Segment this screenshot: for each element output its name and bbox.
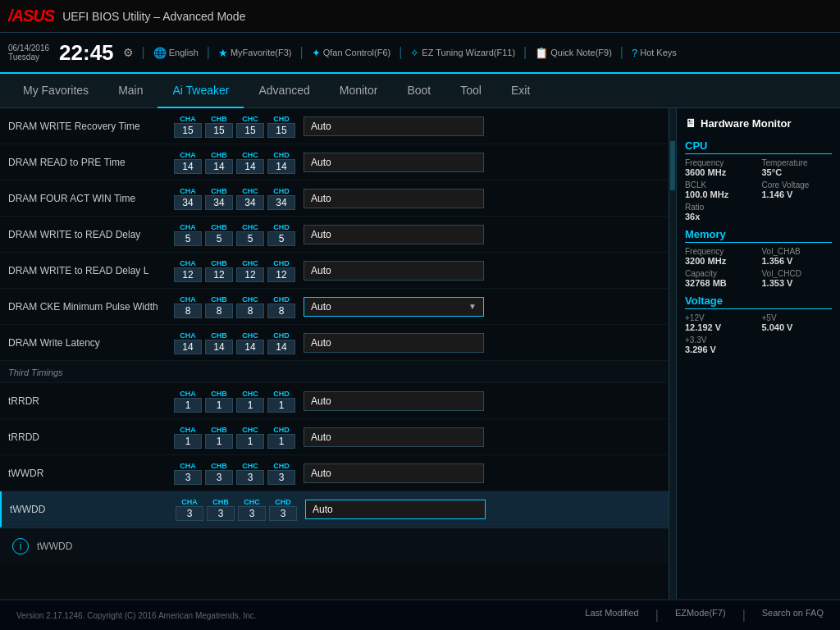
channel-chc: CHC 15 (235, 115, 266, 138)
setting-row-trrdr[interactable]: tRRDR CHA 1 CHB 1 CHC 1 CHD 1 (0, 383, 669, 419)
search-faq-button[interactable]: Search on FAQ (762, 608, 824, 623)
setting-label: DRAM Write Latency (8, 337, 172, 349)
channel-chb: CHB 34 (203, 187, 235, 210)
auto-dropdown[interactable]: Auto (304, 116, 484, 136)
tab-boot[interactable]: Boot (392, 74, 445, 108)
auto-dropdown[interactable]: Auto (304, 333, 484, 353)
info-icon: i (12, 538, 29, 555)
main-content: DRAM WRITE Recovery Time CHA 15 CHB 15 C… (0, 108, 840, 599)
setting-label: tRRDR (8, 395, 172, 407)
qfan-button[interactable]: ✦ Qfan Control(F6) (312, 47, 391, 59)
channel-chd: CHD 14 (266, 151, 297, 174)
channel-cha: CHA 1 (172, 426, 203, 449)
description-text: tWWDD (37, 541, 72, 552)
setting-row-dram-write-latency[interactable]: DRAM Write Latency CHA 14 CHB 14 CHC 14 … (0, 325, 669, 361)
channel-chc: CHC 1 (235, 426, 266, 449)
cpu-temp-label: Temperature 35°C (762, 158, 833, 177)
footer: Version 2.17.1246. Copyright (C) 2016 Am… (0, 599, 840, 630)
ez-mode-button[interactable]: EZMode(F7) (675, 608, 726, 623)
setting-row-twwdd[interactable]: tWWDD CHA 3 CHB 3 CHC 3 CHD 3 (0, 491, 669, 527)
auto-dropdown[interactable]: Auto (304, 225, 484, 244)
setting-row-dram-write-read-delay[interactable]: DRAM WRITE to READ Delay CHA 5 CHB 5 CHC… (0, 217, 669, 253)
setting-label: tWWDD (10, 504, 174, 515)
channel-chd: CHD 5 (266, 223, 297, 246)
channel-chc: CHC 3 (236, 498, 267, 521)
setting-row-dram-write-read-delay-l[interactable]: DRAM WRITE to READ Delay L CHA 12 CHB 12… (0, 253, 669, 289)
cpu-bclk: BCLK 100.0 MHz (685, 180, 756, 199)
channel-chb: CHB 12 (203, 259, 235, 282)
settings-gear-icon[interactable]: ⚙ (123, 46, 134, 59)
scrollbar-thumb[interactable] (670, 141, 675, 190)
auto-dropdown[interactable]: Auto (304, 153, 484, 172)
setting-row-dram-cke[interactable]: DRAM CKE Minimum Pulse Width CHA 8 CHB 8… (0, 289, 669, 325)
setting-row-trrdd[interactable]: tRRDD CHA 1 CHB 1 CHC 1 CHD 1 (0, 419, 669, 455)
channel-cha: CHA 34 (172, 187, 203, 210)
wand-icon: ✧ (410, 47, 419, 59)
setting-control: Auto (304, 391, 660, 411)
cpu-ratio: Ratio 36x (685, 203, 756, 221)
auto-dropdown[interactable]: Auto (304, 463, 484, 483)
setting-row-dram-read-pre[interactable]: DRAM READ to PRE Time CHA 14 CHB 14 CHC … (0, 144, 669, 180)
separator: | (399, 45, 402, 60)
third-timings-section: Third Timings (0, 361, 669, 383)
channel-chb: CHB 5 (203, 223, 235, 246)
channel-cha: CHA 14 (172, 151, 203, 174)
cpu-grid: Frequency 3600 MHz Temperature 35°C BCLK… (685, 158, 832, 221)
setting-label: DRAM WRITE Recovery Time (8, 121, 172, 132)
auto-dropdown[interactable]: Auto (305, 500, 486, 519)
channel-chc: CHC 3 (235, 462, 266, 485)
setting-control: Auto (304, 333, 660, 353)
setting-control: Auto (304, 225, 660, 244)
setting-control: Auto (304, 189, 660, 208)
tab-advanced[interactable]: Advanced (244, 74, 324, 108)
channel-chc: CHC 14 (235, 331, 266, 354)
channel-cha: CHA 15 (172, 115, 203, 138)
globe-icon: 🌐 (153, 47, 167, 59)
channel-chb: CHB 3 (203, 462, 235, 485)
setting-control: Auto ▼ (304, 297, 660, 317)
tab-my-favorites[interactable]: My Favorites (8, 74, 103, 108)
language-button[interactable]: 🌐 English (153, 47, 199, 59)
setting-row-dram-write-recovery[interactable]: DRAM WRITE Recovery Time CHA 15 CHB 15 C… (0, 108, 669, 144)
hardware-monitor-panel: 🖥 Hardware Monitor CPU Frequency 3600 MH… (676, 108, 840, 599)
monitor-icon: 🖥 (685, 116, 696, 130)
scrollbar-track[interactable] (669, 108, 676, 599)
channel-cha: CHA 3 (174, 498, 205, 521)
channel-chb: CHB 8 (203, 295, 235, 318)
channel-group: CHA 1 CHB 1 CHC 1 CHD 1 (172, 390, 297, 413)
setting-row-twwdr[interactable]: tWWDR CHA 3 CHB 3 CHC 3 CHD 3 (0, 455, 669, 491)
mem-vol-chab: Vol_CHAB 1.356 V (762, 247, 833, 266)
channel-chb: CHB 15 (203, 115, 235, 138)
myfavorite-button[interactable]: ★ MyFavorite(F3) (218, 47, 292, 59)
quicknote-button[interactable]: 📋 Quick Note(F9) (535, 47, 612, 59)
channel-chd: CHD 3 (266, 462, 297, 485)
memory-section-title: Memory (685, 228, 832, 243)
setting-label: DRAM READ to PRE Time (8, 157, 172, 168)
auto-dropdown[interactable]: Auto (304, 391, 484, 411)
channel-chc: CHC 8 (235, 295, 266, 318)
tab-ai-tweaker[interactable]: Ai Tweaker (158, 74, 244, 108)
tab-tool[interactable]: Tool (445, 74, 496, 108)
channel-cha: CHA 1 (172, 390, 203, 413)
tab-main[interactable]: Main (103, 74, 158, 108)
channel-group: CHA 15 CHB 15 CHC 15 CHD 15 (172, 115, 297, 138)
channel-chc: CHC 1 (235, 390, 266, 413)
channel-cha: CHA 3 (172, 462, 203, 485)
last-modified-button[interactable]: Last Modified (585, 608, 638, 623)
channel-chc: CHC 12 (235, 259, 266, 282)
tab-exit[interactable]: Exit (496, 74, 545, 108)
channel-group: CHA 14 CHB 14 CHC 14 CHD 14 (172, 151, 297, 174)
auto-dropdown-with-arrow[interactable]: Auto ▼ (304, 297, 484, 317)
channel-chb: CHB 14 (203, 331, 235, 354)
tab-monitor[interactable]: Monitor (325, 74, 393, 108)
channel-group: CHA 8 CHB 8 CHC 8 CHD 8 (172, 295, 297, 318)
eztuning-button[interactable]: ✧ EZ Tuning Wizard(F11) (410, 47, 515, 59)
channel-group: CHA 34 CHB 34 CHC 34 CHD 34 (172, 187, 297, 210)
auto-dropdown[interactable]: Auto (304, 189, 484, 208)
hotkeys-button[interactable]: ? Hot Keys (632, 47, 677, 59)
description-bar: i tWWDD (0, 527, 669, 564)
auto-dropdown[interactable]: Auto (304, 427, 484, 447)
setting-row-dram-four-act[interactable]: DRAM FOUR ACT WIN Time CHA 34 CHB 34 CHC… (0, 180, 669, 217)
auto-dropdown[interactable]: Auto (304, 261, 484, 281)
version-text: Version 2.17.1246. Copyright (C) 2016 Am… (16, 611, 256, 620)
